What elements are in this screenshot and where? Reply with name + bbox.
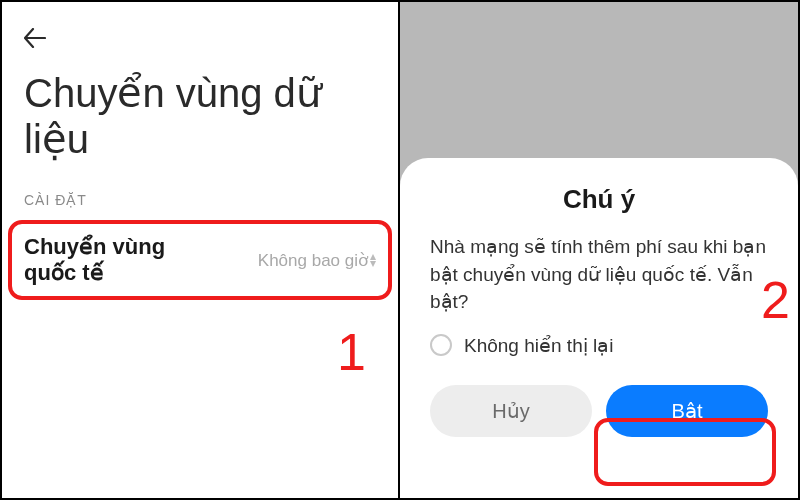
back-icon[interactable] xyxy=(24,26,46,54)
dont-show-label: Không hiển thị lại xyxy=(464,334,613,357)
settings-screen: Chuyển vùng dữ liệu CÀI ĐẶT Chuyển vùng … xyxy=(2,2,400,498)
updown-chevron-icon: ▴▾ xyxy=(370,253,376,266)
dialog-buttons: Hủy Bật xyxy=(430,385,768,437)
step-number-2: 2 xyxy=(761,270,790,330)
step-number-1: 1 xyxy=(337,322,366,382)
dialog-message: Nhà mạng sẽ tính thêm phí sau khi bạn bậ… xyxy=(430,233,768,316)
tutorial-container: Chuyển vùng dữ liệu CÀI ĐẶT Chuyển vùng … xyxy=(0,0,800,500)
page-title: Chuyển vùng dữ liệu xyxy=(24,70,376,162)
dialog-screen: Chú ý Nhà mạng sẽ tính thêm phí sau khi … xyxy=(400,2,798,498)
section-header: CÀI ĐẶT xyxy=(24,192,87,208)
roaming-row[interactable]: Chuyển vùng quốc tế Không bao giờ ▴▾ xyxy=(24,224,376,296)
roaming-row-label: Chuyển vùng quốc tế xyxy=(24,234,214,287)
roaming-value-text: Không bao giờ xyxy=(258,250,368,271)
radio-icon xyxy=(430,334,452,356)
dont-show-again[interactable]: Không hiển thị lại xyxy=(430,334,768,357)
bottom-sheet: Chú ý Nhà mạng sẽ tính thêm phí sau khi … xyxy=(400,158,798,498)
cancel-button[interactable]: Hủy xyxy=(430,385,592,437)
dialog-title: Chú ý xyxy=(430,184,768,215)
confirm-button[interactable]: Bật xyxy=(606,385,768,437)
roaming-row-value: Không bao giờ ▴▾ xyxy=(258,250,376,271)
